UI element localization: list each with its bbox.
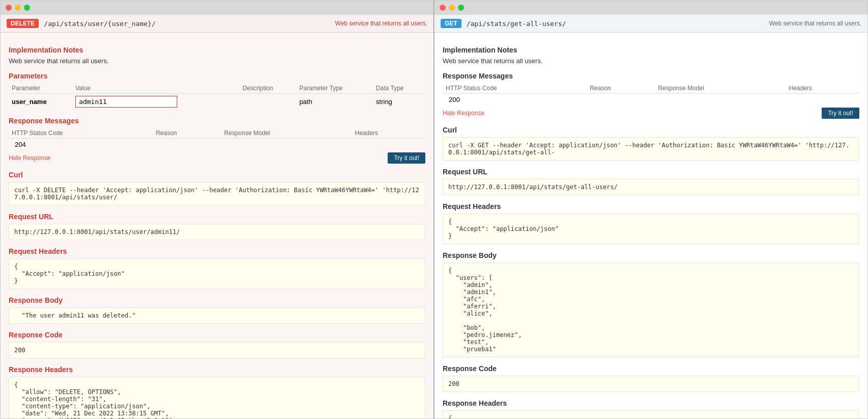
right-method-badge: GET [441,19,462,28]
right-api-header: GET /api/stats/get-all-users/ Web servic… [435,15,867,33]
left-parameters-table: Parameter Value Description Parameter Ty… [9,83,425,110]
left-api-description: Web service that returns all users. [335,20,427,27]
right-response-headers-title: Response Headers [443,399,859,407]
right-response-body-content: { "users": [ "admin", "admin1", "afc", "… [443,263,859,357]
right-title-bar [435,1,867,15]
right-response-status-row: 200 [443,94,859,106]
right-request-headers-content: { "Accept": "application/json" } [443,214,859,244]
right-response-messages-title: Response Messages [443,72,859,80]
col-headers: Headers [352,128,425,139]
left-maximize-button[interactable] [24,5,30,11]
left-impl-notes-title: Implementation Notes [9,46,425,54]
right-impl-notes-title: Implementation Notes [443,46,859,54]
left-request-url: http://127.0.0.1:8001/api/stats/user/adm… [9,224,425,240]
table-row: user_name path string [9,94,425,110]
right-minimize-button[interactable] [449,5,455,11]
left-response-messages-title: Response Messages [9,117,425,125]
right-response-code-value: 200 [443,376,859,392]
col-data-type: Data Type [373,83,425,94]
param-data-type: string [373,94,425,110]
left-impl-notes-text: Web service that returns all users. [9,57,425,65]
left-panel: DELETE /api/stats/user/{user_name}/ Web … [0,0,434,419]
left-curl-title: Curl [9,171,425,179]
right-impl-notes-text: Web service that returns all users. [443,57,859,65]
left-method-badge: DELETE [7,19,39,28]
col-http-status: HTTP Status Code [9,128,153,139]
col-description: Description [239,83,296,94]
right-response-status-code: 200 [446,95,463,104]
right-col-reason: Reason [587,83,655,94]
left-request-headers-title: Request Headers [9,247,425,255]
right-request-url: http://127.0.0.1:8001/api/stats/get-all-… [443,179,859,195]
left-parameters-title: Parameters [9,72,425,80]
right-curl-title: Curl [443,126,859,134]
right-hide-response-row: Hide Response Try it out! [443,108,859,119]
left-close-button[interactable] [6,5,12,11]
left-hide-response-link[interactable]: Hide Response [9,154,50,162]
left-api-path: /api/stats/user/{user_name}/ [44,20,155,28]
right-request-headers-title: Request Headers [443,202,859,211]
param-value-input[interactable] [75,96,177,108]
right-try-it-out-button[interactable]: Try it out! [822,108,859,119]
col-reason: Reason [153,128,221,139]
right-request-url-title: Request URL [443,168,859,176]
param-description [239,94,296,110]
col-response-model: Response Model [221,128,352,139]
left-content: Implementation Notes Web service that re… [1,33,433,419]
left-response-code-title: Response Code [9,331,425,339]
left-title-bar [1,1,433,15]
left-response-table: HTTP Status Code Reason Response Model H… [9,128,425,150]
right-hide-response-link[interactable]: Hide Response [443,110,484,117]
col-param-type: Parameter Type [296,83,373,94]
left-request-url-title: Request URL [9,213,425,221]
col-parameter: Parameter [9,83,72,94]
right-content: Implementation Notes Web service that re… [435,33,867,419]
param-type: path [296,94,373,110]
left-response-headers-content: { "allow": "DELETE, OPTIONS", "content-l… [9,377,425,419]
right-col-http-status: HTTP Status Code [443,83,587,94]
right-col-response-model: Response Model [655,83,786,94]
right-response-table: HTTP Status Code Reason Response Model H… [443,83,859,106]
response-status-code: 204 [12,140,29,149]
left-response-headers-title: Response Headers [9,365,425,374]
left-request-headers-content: { "Accept": "application/json" } [9,258,425,289]
left-minimize-button[interactable] [15,5,21,11]
right-close-button[interactable] [440,5,446,11]
left-curl-command: curl -X DELETE --header 'Accept: applica… [9,182,425,205]
left-response-code-value: 200 [9,342,425,358]
left-api-header: DELETE /api/stats/user/{user_name}/ Web … [1,15,433,33]
right-col-headers: Headers [786,83,859,94]
right-response-body-title: Response Body [443,251,859,259]
right-panel: GET /api/stats/get-all-users/ Web servic… [434,0,868,419]
left-response-body-title: Response Body [9,296,425,304]
response-status-row: 204 [9,139,425,151]
right-curl-command: curl -X GET --header 'Accept: applicatio… [443,137,859,161]
col-value: Value [72,83,239,94]
param-name: user_name [12,98,47,106]
left-response-body-content: "The user admin11 was deleted." [9,307,425,324]
right-api-path: /api/stats/get-all-users/ [467,20,566,28]
right-response-headers-content: { "allow": "GET, HEAD, OPTIONS", "cache-… [443,410,859,419]
right-response-code-title: Response Code [443,364,859,373]
right-maximize-button[interactable] [458,5,464,11]
left-hide-response-row: Hide Response Try it out! [9,152,425,164]
right-api-description: Web service that returns all users. [769,20,861,27]
left-try-it-out-button[interactable]: Try it out! [388,152,425,164]
